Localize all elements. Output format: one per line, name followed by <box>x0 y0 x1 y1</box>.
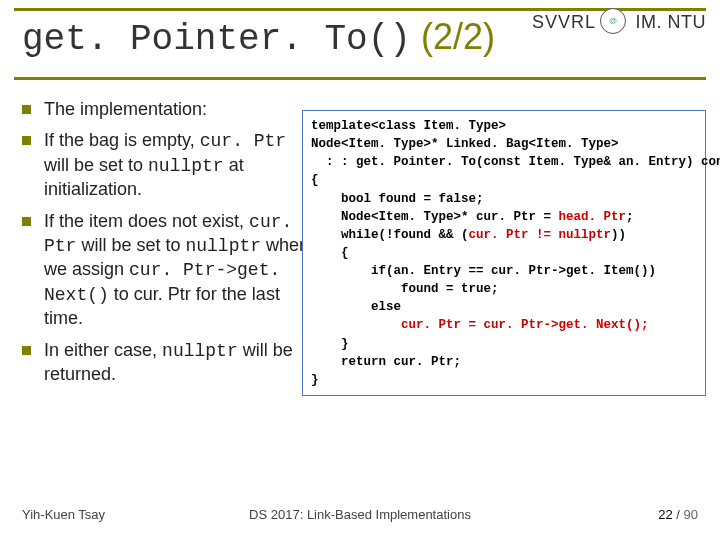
code-line: return cur. Ptr; <box>311 355 461 369</box>
code-line <box>311 318 401 332</box>
bullet-text: In either case, <box>44 340 162 360</box>
bullet-text: If the bag is empty, <box>44 130 200 150</box>
code-box: template<class Item. Type> Node<Item. Ty… <box>302 110 706 396</box>
title-paren: (2/2) <box>421 16 495 57</box>
bullet-item: If the item does not exist, cur. Ptr wil… <box>22 210 312 331</box>
slide-body: The implementation: If the bag is empty,… <box>0 80 720 490</box>
code-line: { <box>311 246 349 260</box>
code-line: } <box>311 337 349 351</box>
svvrl-label: SVVRL <box>532 12 596 33</box>
code-line: template<class Item. Type> <box>311 119 506 133</box>
code-line: ; <box>626 210 634 224</box>
bullet-item: If the bag is empty, cur. Ptr will be se… <box>22 129 312 201</box>
code-line: } <box>311 373 319 387</box>
bullet-mono: nullptr <box>185 236 261 256</box>
code-line: Node<Item. Type>* Linked. Bag<Item. Type… <box>311 137 619 151</box>
bullet-text: will be set to <box>44 155 148 175</box>
code-line: else <box>311 300 401 314</box>
code-line: while(!found && ( <box>311 228 469 242</box>
code-line: bool found = false; <box>311 192 484 206</box>
page-sep: / <box>673 507 684 522</box>
footer: Yih-Kuen Tsay DS 2017: Link-Based Implem… <box>22 507 698 522</box>
page-current: 22 <box>658 507 672 522</box>
footer-page: 22 / 90 <box>658 507 698 522</box>
logo-inner: @ <box>609 17 617 25</box>
code-line: )) <box>611 228 626 242</box>
code-highlight: head. Ptr <box>559 210 627 224</box>
header: get. Pointer. To() (2/2) SVVRL @ IM. NTU <box>14 0 706 80</box>
code-line: Node<Item. Type>* cur. Ptr = <box>311 210 559 224</box>
bullet-mono: nullptr <box>148 156 224 176</box>
title-rule-top <box>14 8 706 11</box>
bullet-mono: cur. Ptr <box>200 131 286 151</box>
bullet-item: The implementation: <box>22 98 312 121</box>
code-line: : : get. Pointer. To(const Item. Type& a… <box>311 155 720 169</box>
bullet-text: The implementation: <box>44 99 207 119</box>
footer-author: Yih-Kuen Tsay <box>22 507 105 522</box>
code-highlight: cur. Ptr = cur. Ptr->get. Next(); <box>401 318 649 332</box>
footer-course: DS 2017: Link-Based Implementations <box>249 507 471 522</box>
bullet-text: If the item does not exist, <box>44 211 249 231</box>
bullet-item: In either case, nullptr will be returned… <box>22 339 312 387</box>
code-line: { <box>311 173 319 187</box>
ntu-logo-icon: @ <box>600 8 626 34</box>
slide: get. Pointer. To() (2/2) SVVRL @ IM. NTU… <box>0 0 720 540</box>
code-line: found = true; <box>311 282 499 296</box>
bullet-text: will be set to <box>76 235 185 255</box>
page-total: 90 <box>684 507 698 522</box>
slide-title: get. Pointer. To() (2/2) <box>22 16 495 60</box>
bullet-mono: nullptr <box>162 341 238 361</box>
code-line: if(an. Entry == cur. Ptr->get. Item()) <box>311 264 656 278</box>
bullet-list: The implementation: If the bag is empty,… <box>22 98 312 386</box>
imntu-label: IM. NTU <box>636 12 707 33</box>
code-highlight: cur. Ptr != nullptr <box>469 228 612 242</box>
title-mono: get. Pointer. To() <box>22 19 411 60</box>
